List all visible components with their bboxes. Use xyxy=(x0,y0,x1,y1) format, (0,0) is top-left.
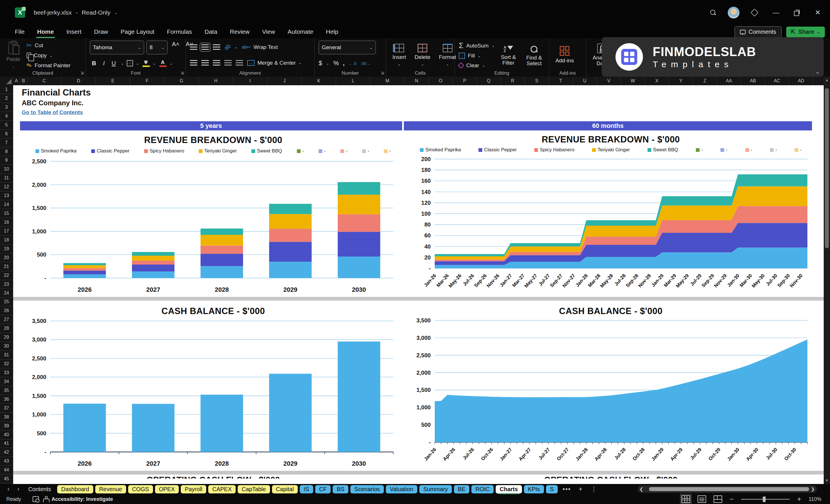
sheet-tab-capital[interactable]: Capital xyxy=(272,485,298,494)
row-header-43[interactable]: 43 xyxy=(0,457,13,466)
row-header-44[interactable]: 44 xyxy=(0,466,13,475)
accounting-format-button[interactable]: $ xyxy=(319,60,322,67)
comma-format-button[interactable]: , xyxy=(343,60,345,67)
align-bottom-icon[interactable] xyxy=(213,44,220,50)
column-header-R[interactable]: R xyxy=(501,77,525,85)
sheet-tab-contents[interactable]: Contents xyxy=(24,485,55,494)
row-header-30[interactable]: 30 xyxy=(0,342,13,351)
column-header-D[interactable]: D xyxy=(62,77,96,85)
align-top-icon[interactable] xyxy=(190,44,197,50)
ribbon-tab-automate[interactable]: Automate xyxy=(281,27,320,37)
column-header-W[interactable]: W xyxy=(621,77,645,85)
row-header-13[interactable]: 13 xyxy=(0,191,13,200)
column-header-AB[interactable]: AB xyxy=(741,77,765,85)
align-left-icon[interactable] xyxy=(190,60,197,66)
column-header-J[interactable]: J xyxy=(267,77,302,85)
sheet-tab-capex[interactable]: CAPEX xyxy=(208,485,236,494)
ribbon-tab-insert[interactable]: Insert xyxy=(60,27,88,37)
row-header-23[interactable]: 23 xyxy=(0,280,13,289)
row-header-10[interactable]: 10 xyxy=(0,165,13,174)
sketch-diamond-icon[interactable] xyxy=(751,8,758,16)
sheet-tab-dashboard[interactable]: Dashboard xyxy=(57,485,93,494)
font-dialog-launcher[interactable]: ⇲ xyxy=(180,70,184,75)
row-header-7[interactable]: 7 xyxy=(0,138,13,147)
select-all-corner[interactable] xyxy=(0,77,13,85)
paste-button[interactable]: Paste⌄ xyxy=(4,41,23,69)
row-header-27[interactable]: 27 xyxy=(0,315,13,324)
sheet-tab-s[interactable]: S xyxy=(546,485,558,494)
column-header-M[interactable]: M xyxy=(371,77,405,85)
collapse-ribbon-chevron[interactable]: ⌄ xyxy=(816,69,820,75)
row-header-24[interactable]: 24 xyxy=(0,289,13,298)
wrap-text-button[interactable]: ab↩Wrap Text xyxy=(242,43,278,52)
ribbon-tab-draw[interactable]: Draw xyxy=(88,27,115,37)
row-header-37[interactable]: 37 xyxy=(0,404,13,413)
account-avatar[interactable] xyxy=(728,7,740,19)
sheet-cells[interactable]: Financial Charts ABC Company Inc. Go to … xyxy=(13,85,824,484)
tab-options-button[interactable]: ⋮ xyxy=(588,485,600,493)
table-of-contents-link[interactable]: Go to Table of Contents xyxy=(22,109,83,116)
row-header-41[interactable]: 41 xyxy=(0,439,13,448)
zoom-level[interactable]: 110% xyxy=(808,496,822,502)
column-header-AC[interactable]: AC xyxy=(765,77,789,85)
row-header-18[interactable]: 18 xyxy=(0,236,13,245)
scroll-up-arrow[interactable]: ▲ xyxy=(824,77,830,84)
chart-revenue-breakdown-5y[interactable]: REVENUE BREAKDOWN - $'000 Smoked Paprika… xyxy=(25,132,401,296)
align-right-icon[interactable] xyxy=(213,60,220,66)
ribbon-tab-help[interactable]: Help xyxy=(319,27,344,37)
ribbon-tab-file[interactable]: File xyxy=(8,27,31,37)
insert-cells-button[interactable]: Insert⌄ xyxy=(390,41,408,69)
column-header-X[interactable]: X xyxy=(645,77,669,85)
align-center-icon[interactable] xyxy=(201,60,209,66)
scroll-down-arrow[interactable]: ▼ xyxy=(824,477,830,484)
column-header-K[interactable]: K xyxy=(302,77,336,85)
column-header-N[interactable]: N xyxy=(405,77,429,85)
row-header-31[interactable]: 31 xyxy=(0,351,13,359)
row-header-9[interactable]: 9 xyxy=(0,156,13,165)
row-header-11[interactable]: 11 xyxy=(0,174,13,183)
clipboard-dialog-launcher[interactable]: ⇲ xyxy=(80,70,84,75)
sheet-tab-is[interactable]: IS xyxy=(300,485,313,494)
row-header-36[interactable]: 36 xyxy=(0,395,13,404)
ribbon-tab-review[interactable]: Review xyxy=(224,27,256,37)
chevron-down-icon[interactable]: ⌄ xyxy=(115,10,118,15)
column-header-A[interactable]: A xyxy=(13,77,20,85)
zoom-slider[interactable] xyxy=(741,499,790,500)
fill-color-button[interactable]: ⛊ xyxy=(142,60,150,67)
row-header-4[interactable]: 4 xyxy=(0,112,13,121)
merge-center-button[interactable]: ↔Merge & Center⌄ xyxy=(247,58,302,67)
increase-indent-icon[interactable] xyxy=(236,60,243,66)
row-header-34[interactable]: 34 xyxy=(0,377,13,386)
row-header-19[interactable]: 19 xyxy=(0,245,13,253)
more-sheets-button[interactable]: ••• xyxy=(560,485,574,493)
addins-button[interactable]: Add-ins xyxy=(553,41,576,69)
column-header-S[interactable]: S xyxy=(525,77,549,85)
close-button[interactable]: ✕ xyxy=(811,8,824,17)
row-header-26[interactable]: 26 xyxy=(0,306,13,315)
accessibility-status[interactable]: Accessibility: Investigate xyxy=(52,496,113,502)
minimize-button[interactable]: — xyxy=(769,8,783,17)
column-header-AA[interactable]: AA xyxy=(717,77,741,85)
font-size-select[interactable]: 8⌄ xyxy=(147,41,168,54)
normal-view-button[interactable] xyxy=(681,496,690,503)
column-header-H[interactable]: H xyxy=(199,77,233,85)
chart-cash-balance-5y[interactable]: CASH BALANCE - $'000 -5001,0001,5002,000… xyxy=(25,301,401,471)
sheet-tab-be[interactable]: BE xyxy=(454,485,470,494)
cut-button[interactable]: ✂Cut xyxy=(27,42,71,50)
column-header-I[interactable]: I xyxy=(233,77,267,85)
borders-icon[interactable] xyxy=(127,60,133,66)
page-layout-view-button[interactable] xyxy=(698,496,706,503)
zoom-in-button[interactable]: + xyxy=(797,495,801,503)
underline-button[interactable]: U xyxy=(109,60,118,67)
chart-cash-balance-60m[interactable]: CASH BALANCE - $'000 -5001,0001,5002,000… xyxy=(410,301,812,471)
row-header-6[interactable]: 6 xyxy=(0,130,13,138)
row-header-16[interactable]: 16 xyxy=(0,218,13,227)
sheet-tab-opex[interactable]: OPEX xyxy=(155,485,179,494)
delete-cells-button[interactable]: Delete⌄ xyxy=(412,41,433,69)
column-header-V[interactable]: V xyxy=(597,77,621,85)
column-header-B[interactable]: B xyxy=(20,77,27,85)
font-name-select[interactable]: Tahoma⌄ xyxy=(90,41,144,54)
scroll-left-arrow[interactable]: ❮ xyxy=(638,486,645,492)
column-header-AD[interactable]: AD xyxy=(789,77,813,85)
read-only-badge[interactable]: Read-Only xyxy=(82,9,110,16)
